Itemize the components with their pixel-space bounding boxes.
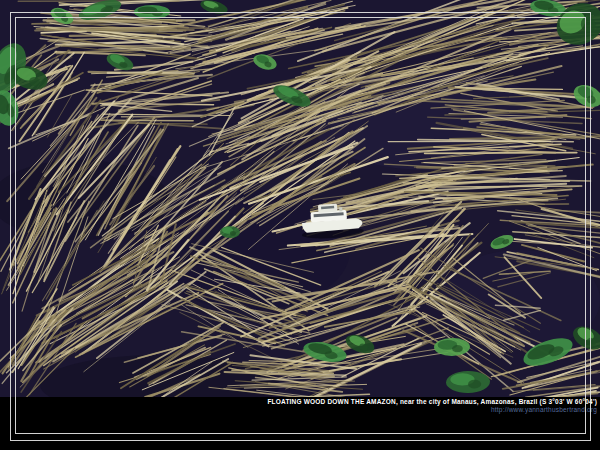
caption-url: http://www.yannarthusbertrand.org bbox=[0, 406, 597, 413]
caption-title: FLOATING WOOD DOWN THE AMAZON, near the … bbox=[0, 398, 597, 406]
aerial-photo bbox=[0, 0, 600, 450]
wallpaper: FLOATING WOOD DOWN THE AMAZON, near the … bbox=[0, 0, 600, 450]
caption-band: FLOATING WOOD DOWN THE AMAZON, near the … bbox=[0, 397, 600, 450]
